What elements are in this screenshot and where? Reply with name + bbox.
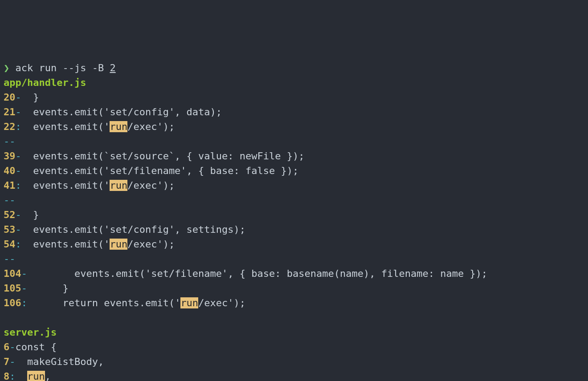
result-line: 40- events.emit('set/filename', { base: … xyxy=(4,163,584,178)
code-text: , xyxy=(45,371,51,381)
line-number: 6 xyxy=(4,341,9,353)
context-separator: -- xyxy=(4,193,584,207)
context-separator: -- xyxy=(4,251,584,266)
line-separator: - xyxy=(9,341,15,353)
code-text: events.emit('set/filename', { base: base… xyxy=(27,268,487,279)
line-number: 39 xyxy=(4,150,16,162)
line-separator: : xyxy=(16,180,21,191)
context-separator-text: -- xyxy=(4,195,16,206)
code-text: events.emit('set/config', data); xyxy=(21,106,222,118)
result-line: 53- events.emit('set/config', settings); xyxy=(4,222,584,237)
filename-text: app/handler.js xyxy=(4,77,86,88)
line-number: 52 xyxy=(4,209,16,220)
code-text: makeGistBody, xyxy=(16,356,104,367)
line-number: 54 xyxy=(4,239,16,250)
line-separator: : xyxy=(9,371,15,381)
code-text: events.emit(' xyxy=(21,121,110,132)
command-arg: 2 xyxy=(110,62,115,73)
code-text: events.emit('set/config', settings); xyxy=(21,224,245,235)
code-text: events.emit(' xyxy=(21,180,110,191)
result-line: 21- events.emit('set/config', data); xyxy=(4,105,584,119)
terminal-output[interactable]: ❯ ack run --js -B 2app/handler.js20- }21… xyxy=(4,61,584,381)
code-text: /exec'); xyxy=(198,297,245,308)
filename-text: server.js xyxy=(4,327,57,338)
code-text: } xyxy=(21,92,39,103)
code-text: /exec'); xyxy=(127,239,175,250)
result-filename: server.js xyxy=(4,325,584,340)
line-separator: : xyxy=(21,297,27,308)
line-separator: - xyxy=(16,165,21,176)
code-text: } xyxy=(27,283,69,294)
line-separator: - xyxy=(9,356,15,367)
code-text: /exec'); xyxy=(127,121,175,132)
line-number: 104 xyxy=(4,268,21,279)
line-number: 22 xyxy=(4,121,16,132)
line-number: 53 xyxy=(4,224,16,235)
match-highlight: run xyxy=(110,239,127,250)
code-text: /exec'); xyxy=(127,180,175,191)
code-text: events.emit('set/filename', { base: fals… xyxy=(21,165,299,176)
result-line: 20- } xyxy=(4,90,584,105)
line-number: 7 xyxy=(4,356,9,367)
line-number: 105 xyxy=(4,283,21,294)
result-filename: app/handler.js xyxy=(4,75,584,90)
prompt-line[interactable]: ❯ ack run --js -B 2 xyxy=(4,61,584,75)
line-number: 8 xyxy=(4,371,9,381)
result-line: 52- } xyxy=(4,207,584,222)
code-text: const { xyxy=(16,341,57,353)
line-separator: - xyxy=(16,209,21,220)
prompt-caret-icon: ❯ xyxy=(4,62,9,73)
result-line: 41: events.emit('run/exec'); xyxy=(4,178,584,193)
line-separator: - xyxy=(16,150,21,162)
typed-command: ack run --js -B xyxy=(9,62,110,73)
context-separator-text: -- xyxy=(4,136,16,147)
match-highlight: run xyxy=(110,180,127,191)
match-highlight: run xyxy=(180,297,198,308)
line-separator: - xyxy=(21,283,27,294)
line-number: 40 xyxy=(4,165,16,176)
line-number: 21 xyxy=(4,106,16,118)
line-number: 41 xyxy=(4,180,16,191)
blank-line xyxy=(4,310,584,325)
match-highlight: run xyxy=(27,371,45,381)
match-highlight: run xyxy=(110,121,127,132)
code-text: return events.emit(' xyxy=(27,297,180,308)
result-line: 104- events.emit('set/filename', { base:… xyxy=(4,266,584,281)
code-text: events.emit(`set/source`, { value: newFi… xyxy=(21,150,305,162)
result-line: 39- events.emit(`set/source`, { value: n… xyxy=(4,149,584,163)
line-separator: - xyxy=(16,92,21,103)
line-separator: - xyxy=(21,268,27,279)
line-number: 20 xyxy=(4,92,16,103)
result-line: 8: run, xyxy=(4,369,584,381)
result-line: 22: events.emit('run/exec'); xyxy=(4,119,584,134)
result-line: 6-const { xyxy=(4,340,584,354)
result-line: 54: events.emit('run/exec'); xyxy=(4,237,584,251)
line-separator: : xyxy=(16,121,21,132)
context-separator: -- xyxy=(4,134,584,149)
line-separator: : xyxy=(16,239,21,250)
line-separator: - xyxy=(16,106,21,118)
line-number: 106 xyxy=(4,297,21,308)
code-text xyxy=(16,371,28,381)
context-separator-text: -- xyxy=(4,253,16,264)
result-line: 7- makeGistBody, xyxy=(4,354,584,369)
line-separator: - xyxy=(16,224,21,235)
code-text: events.emit(' xyxy=(21,239,110,250)
result-line: 106: return events.emit('run/exec'); xyxy=(4,296,584,310)
result-line: 105- } xyxy=(4,281,584,296)
code-text: } xyxy=(21,209,39,220)
